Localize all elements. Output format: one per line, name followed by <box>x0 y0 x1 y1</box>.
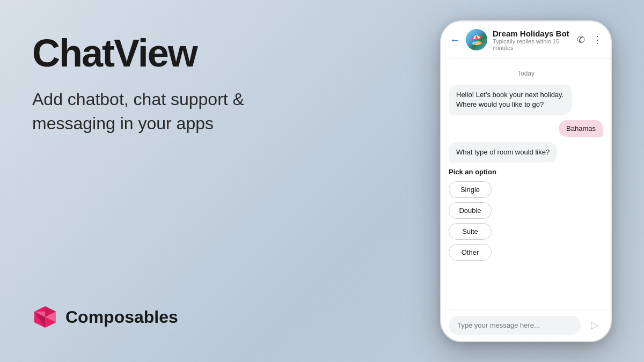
bot-info: Dream Holidays Bot Typically replies wit… <box>493 29 572 51</box>
date-divider: Today <box>449 70 603 77</box>
send-icon: ▷ <box>591 319 598 331</box>
back-button[interactable]: ← <box>450 34 460 46</box>
bot-avatar-image: 🏖️ <box>466 29 487 50</box>
bot-message-1: Hello! Let's book your next holiday. Whe… <box>449 85 572 115</box>
bot-name: Dream Holidays Bot <box>493 29 572 38</box>
option-buttons: Single Double Suite Other <box>449 181 492 261</box>
right-panel: ← 🏖️ Dream Holidays Bot Typically replie… <box>440 20 612 342</box>
left-panel: ChatView Add chatbot, chat support & mes… <box>32 21 440 341</box>
chat-header: ← 🏖️ Dream Holidays Bot Typically replie… <box>441 21 611 59</box>
brand-section: Composables <box>32 304 440 330</box>
chat-input-area: ▷ <box>441 309 611 341</box>
user-message-1: Bahamas <box>559 120 603 137</box>
call-icon[interactable]: ✆ <box>577 34 585 46</box>
option-double[interactable]: Double <box>449 202 492 219</box>
bot-status: Typically replies within 15 minutes <box>493 38 572 51</box>
brand-name: Composables <box>65 307 178 327</box>
brand-logo-icon <box>32 304 58 330</box>
bot-message-2: What type of room would like? <box>449 142 557 162</box>
phone-mockup: ← 🏖️ Dream Holidays Bot Typically replie… <box>440 20 612 342</box>
pick-label: Pick an option <box>449 168 496 176</box>
option-other[interactable]: Other <box>449 244 492 261</box>
option-single[interactable]: Single <box>449 181 492 198</box>
app-subtitle: Add chatbot, chat support & messaging in… <box>32 87 290 136</box>
more-icon[interactable]: ⋮ <box>592 34 602 46</box>
app-title: ChatView <box>32 32 440 75</box>
send-button[interactable]: ▷ <box>586 316 603 334</box>
chat-body: Today Hello! Let's book your next holida… <box>441 59 611 309</box>
header-icons: ✆ ⋮ <box>577 34 602 46</box>
option-suite[interactable]: Suite <box>449 223 492 240</box>
message-input[interactable] <box>449 316 581 335</box>
bot-avatar: 🏖️ <box>466 29 487 50</box>
title-section: ChatView Add chatbot, chat support & mes… <box>32 32 440 136</box>
